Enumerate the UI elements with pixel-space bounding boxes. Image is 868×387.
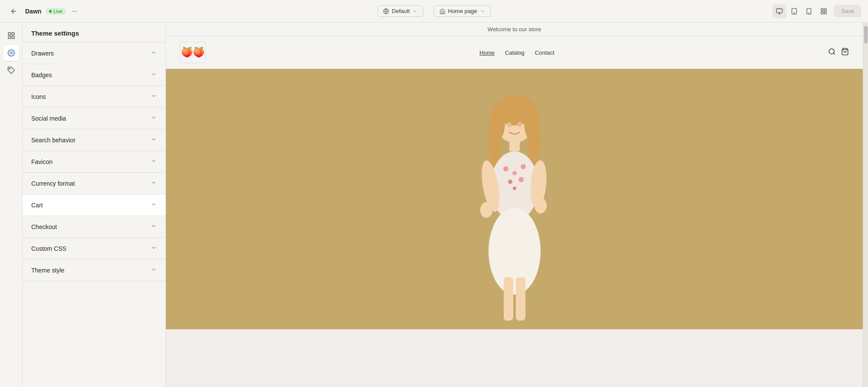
- svg-point-30: [518, 177, 524, 182]
- topbar: Dawn Live ··· Default Home page: [0, 0, 868, 23]
- settings-item-theme-style[interactable]: Theme style: [23, 259, 165, 281]
- settings-item-label-favicon: Favicon: [31, 158, 53, 165]
- svg-point-3: [794, 13, 795, 13]
- svg-rect-8: [821, 12, 823, 14]
- nav-link-contact[interactable]: Contact: [535, 49, 554, 56]
- store-logo: 🍑🍑: [180, 42, 206, 63]
- settings-item-label-social-media: Social media: [31, 115, 66, 122]
- chevron-down-icon-search-behavior: [151, 136, 157, 144]
- hero-area: [166, 69, 863, 329]
- svg-rect-10: [8, 33, 10, 35]
- svg-point-15: [9, 68, 10, 69]
- settings-item-checkout[interactable]: Checkout: [23, 216, 165, 238]
- svg-point-26: [503, 166, 508, 171]
- settings-item-icons[interactable]: Icons: [23, 86, 165, 108]
- topbar-center: Default Home page: [294, 5, 575, 17]
- settings-item-custom-css[interactable]: Custom CSS: [23, 238, 165, 259]
- settings-item-favicon[interactable]: Favicon: [23, 151, 165, 173]
- svg-rect-6: [821, 9, 823, 11]
- store-nav-actions: [828, 48, 849, 58]
- svg-rect-38: [516, 277, 525, 321]
- svg-point-29: [508, 180, 512, 184]
- settings-item-badges[interactable]: Badges: [23, 64, 165, 86]
- settings-item-currency-format[interactable]: Currency format: [23, 173, 165, 194]
- svg-point-36: [488, 208, 541, 295]
- settings-list: Drawers Badges Icons Socia: [23, 43, 165, 387]
- svg-point-39: [507, 122, 512, 127]
- svg-rect-1: [777, 9, 782, 13]
- svg-rect-24: [509, 141, 520, 151]
- settings-item-label-drawers: Drawers: [31, 50, 54, 57]
- search-nav-button[interactable]: [828, 48, 836, 58]
- settings-item-cart[interactable]: Cart: [23, 194, 165, 216]
- preview-area: Welcome to our store 🍑🍑 Home Catalog Con…: [166, 23, 863, 387]
- settings-item-label-badges: Badges: [31, 72, 52, 79]
- store-nav-links: Home Catalog Contact: [479, 49, 554, 56]
- svg-rect-13: [12, 36, 14, 39]
- svg-point-27: [512, 171, 517, 175]
- sidebar-settings-button[interactable]: [3, 45, 19, 61]
- topbar-left: Dawn Live ···: [7, 4, 288, 18]
- store-nav: 🍑🍑 Home Catalog Contact: [166, 36, 863, 69]
- svg-rect-12: [8, 36, 10, 39]
- svg-point-16: [829, 49, 834, 54]
- save-button[interactable]: Save: [834, 5, 861, 17]
- chevron-down-icon-custom-css: [151, 245, 157, 252]
- chevron-down-icon-icons: [151, 93, 157, 100]
- desktop-view-button[interactable]: [772, 4, 786, 18]
- store-name: Dawn: [25, 8, 41, 15]
- svg-point-34: [480, 202, 492, 218]
- svg-point-35: [535, 198, 547, 213]
- chevron-down-icon-drawers: [151, 49, 157, 57]
- svg-rect-11: [12, 33, 14, 35]
- hero-image: [445, 86, 584, 329]
- mobile-view-button[interactable]: [802, 4, 816, 18]
- sidebar-sections-button[interactable]: [3, 28, 19, 43]
- settings-title: Theme settings: [23, 23, 165, 43]
- topbar-right: Save: [580, 4, 861, 18]
- settings-item-label-cart: Cart: [31, 202, 43, 209]
- svg-rect-9: [825, 12, 827, 14]
- scrollbar-thumb: [864, 26, 868, 43]
- chevron-down-icon-social-media: [151, 115, 157, 122]
- live-dot: [49, 10, 52, 13]
- cart-nav-button[interactable]: [841, 48, 849, 58]
- chevron-down-icon-favicon: [151, 158, 157, 165]
- homepage-selector[interactable]: Home page: [434, 5, 491, 17]
- settings-item-label-search-behavior: Search behavior: [31, 137, 76, 144]
- settings-item-search-behavior[interactable]: Search behavior: [23, 129, 165, 151]
- settings-item-drawers[interactable]: Drawers: [23, 43, 165, 64]
- svg-point-5: [809, 13, 809, 13]
- right-scrollbar[interactable]: [863, 23, 868, 387]
- svg-point-40: [518, 122, 522, 127]
- nav-link-home[interactable]: Home: [479, 49, 495, 56]
- more-button[interactable]: ···: [70, 6, 79, 17]
- main-layout: Theme settings Drawers Badges Icons: [0, 23, 868, 387]
- svg-point-22: [488, 121, 502, 164]
- settings-item-label-currency-format: Currency format: [31, 180, 75, 187]
- chevron-down-icon-cart: [151, 201, 157, 209]
- settings-item-label-custom-css: Custom CSS: [31, 245, 66, 252]
- sidebar-apps-button[interactable]: [3, 62, 19, 78]
- welcome-bar: Welcome to our store: [166, 23, 863, 36]
- svg-point-14: [10, 52, 12, 54]
- svg-rect-7: [825, 9, 827, 11]
- back-button[interactable]: [7, 4, 21, 18]
- icon-sidebar: [0, 23, 23, 387]
- svg-point-31: [513, 187, 516, 190]
- svg-rect-37: [504, 277, 513, 321]
- layout-view-button[interactable]: [817, 4, 831, 18]
- view-icons: [772, 4, 831, 18]
- tablet-view-button[interactable]: [787, 4, 801, 18]
- settings-item-label-icons: Icons: [31, 93, 46, 100]
- settings-item-label-theme-style: Theme style: [31, 267, 64, 274]
- svg-point-28: [521, 164, 526, 169]
- chevron-down-icon-badges: [151, 71, 157, 79]
- settings-panel: Theme settings Drawers Badges Icons: [23, 23, 166, 387]
- nav-link-catalog[interactable]: Catalog: [505, 49, 525, 56]
- settings-item-social-media[interactable]: Social media: [23, 108, 165, 129]
- settings-item-label-checkout: Checkout: [31, 223, 57, 230]
- chevron-down-icon-checkout: [151, 223, 157, 230]
- default-selector[interactable]: Default: [377, 5, 423, 17]
- chevron-down-icon-theme-style: [151, 266, 157, 274]
